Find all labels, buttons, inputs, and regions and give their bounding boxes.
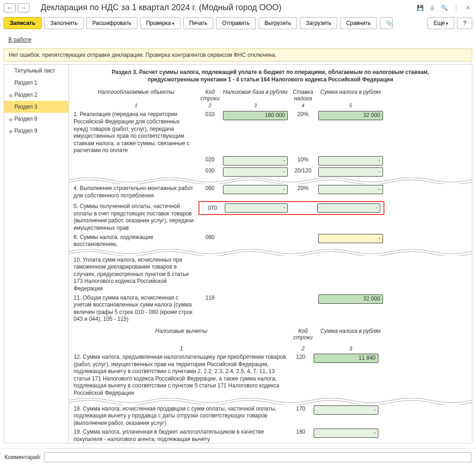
cell-sum[interactable]: -: [318, 156, 383, 166]
cell-sum[interactable]: -: [314, 429, 378, 438]
help-button[interactable]: ?: [457, 17, 472, 29]
save-icon[interactable]: 💾: [416, 4, 424, 12]
column-headers: Налогооблагаемые объекты Код строки Нало…: [74, 88, 467, 103]
unload-button[interactable]: Выгрузить: [259, 17, 297, 29]
table-row: 020-10%-: [74, 155, 467, 166]
preview-icon[interactable]: 🔍: [440, 4, 448, 12]
save-button[interactable]: Записать: [4, 17, 42, 29]
load-button[interactable]: Загрузить: [300, 17, 337, 29]
cell-sum[interactable]: -: [314, 405, 378, 415]
back-button[interactable]: ←: [4, 3, 16, 12]
tear-3: [69, 398, 472, 405]
sub-header: Налоговые вычеты Код строки Сумма налога…: [74, 324, 467, 342]
cell-sum[interactable]: 32 000: [318, 294, 383, 304]
info-bar: Нет ошибок, препятствующих отправке декл…: [4, 49, 472, 61]
table-row: 6. Суммы налога, подлежащие восстановлен…: [74, 233, 467, 249]
nav-item-section3[interactable]: Раздел 3: [4, 101, 68, 113]
nav-item-section9[interactable]: ⊕Раздел 9: [4, 125, 68, 137]
window-title: Декларация по НДС за 1 квартал 2024 г. (…: [41, 3, 414, 12]
cell-sum[interactable]: -: [318, 167, 383, 177]
sub-header-nums: 1 2 3: [74, 342, 467, 353]
check-button[interactable]: Проверка: [140, 17, 180, 29]
table-row: 4. Выполнение строительно-монтажных рабо…: [74, 184, 467, 200]
status-link[interactable]: В работе: [0, 34, 40, 46]
table-row: 11. Общая сумма налога, исчисленная с уч…: [74, 294, 467, 324]
nav-item-section1[interactable]: Раздел 1: [4, 77, 68, 89]
tear-2: [69, 249, 472, 256]
table-row: 18. Сумма налога, исчисленная продавцом …: [74, 405, 467, 428]
compare-button[interactable]: Сравнить: [340, 17, 377, 29]
close-icon[interactable]: ✕: [464, 4, 472, 12]
cell-base[interactable]: 160 000: [223, 111, 288, 120]
cell-base[interactable]: -: [223, 156, 288, 166]
cell-sum[interactable]: -: [318, 234, 383, 243]
nav-item-section2[interactable]: ⊕Раздел 2: [4, 89, 68, 101]
print-icon[interactable]: 🖨: [428, 4, 436, 12]
cell-base[interactable]: -: [223, 167, 288, 177]
comment-input[interactable]: [44, 452, 471, 462]
print-button[interactable]: Печать: [183, 17, 213, 29]
column-numbers: 1 2 3 4 5: [74, 103, 467, 110]
section-title: Раздел 3. Расчет суммы налога, подлежаще…: [74, 67, 467, 85]
content-scroll[interactable]: Раздел 3. Расчет суммы налога, подлежаще…: [69, 65, 472, 443]
table-row: 030-20/120-: [74, 166, 467, 178]
cell-070-sum[interactable]: -: [317, 203, 380, 213]
comment-label: Комментарий:: [5, 454, 41, 460]
fill-button[interactable]: Заполнить: [44, 17, 84, 29]
row-070-highlight: 5. Суммы полученной оплаты, частичной оп…: [74, 200, 467, 233]
kebab-icon[interactable]: ⋮: [452, 4, 460, 12]
cell-sum[interactable]: -: [318, 185, 383, 194]
attach-button[interactable]: 📎: [380, 17, 393, 29]
table-row: 19. Сумма налога, уплаченная в бюджет на…: [74, 428, 467, 443]
decrypt-button[interactable]: Расшифровать: [87, 17, 137, 29]
table-row: 12. Сумма налога, предъявленная налогопл…: [74, 353, 467, 398]
cell-070-base[interactable]: -: [225, 203, 288, 213]
section-nav: Титульный лист Раздел 1 ⊕Раздел 2 Раздел…: [4, 65, 69, 443]
tear-1: [69, 178, 472, 184]
cell-base[interactable]: -: [223, 185, 288, 194]
table-row: 1. Реализация (передача на территории Ро…: [74, 110, 467, 155]
cell-sum[interactable]: 11 840: [314, 354, 378, 363]
nav-item-title[interactable]: Титульный лист: [4, 65, 68, 77]
send-button[interactable]: Отправить: [216, 17, 256, 29]
cell-sum[interactable]: 32 000: [318, 111, 383, 120]
table-row: 10. Уплата сумм налога, исчисленных при …: [74, 256, 467, 294]
more-button[interactable]: Еще: [427, 17, 454, 29]
nav-item-section8[interactable]: ⊕Раздел 8: [4, 113, 68, 125]
forward-button[interactable]: →: [18, 3, 30, 12]
